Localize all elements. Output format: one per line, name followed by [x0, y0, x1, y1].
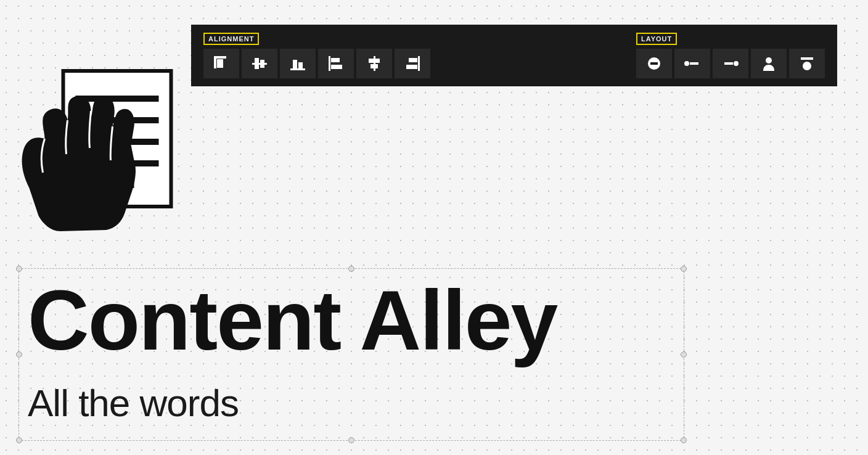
- handle-bottom-mid[interactable]: [348, 437, 354, 443]
- svg-rect-12: [290, 68, 305, 70]
- layout-section: LAYOUT: [636, 33, 825, 78]
- svg-rect-27: [690, 62, 698, 65]
- align-left-button[interactable]: [318, 49, 354, 78]
- handle-top-right[interactable]: [681, 266, 687, 272]
- svg-rect-23: [406, 65, 417, 69]
- svg-rect-14: [298, 62, 303, 68]
- svg-rect-15: [329, 56, 330, 71]
- svg-point-29: [734, 61, 739, 66]
- svg-rect-18: [374, 56, 375, 71]
- hand-document-icon: [9, 65, 197, 268]
- svg-rect-13: [293, 60, 297, 68]
- layout-button-1[interactable]: [636, 49, 672, 78]
- toolbar: ALIGNMENT: [191, 25, 837, 86]
- svg-rect-25: [650, 62, 658, 65]
- svg-point-30: [766, 57, 772, 64]
- svg-rect-8: [217, 59, 223, 68]
- svg-rect-9: [252, 63, 267, 65]
- svg-rect-17: [331, 65, 342, 69]
- svg-rect-31: [801, 57, 813, 60]
- align-top-left-button[interactable]: [203, 49, 239, 78]
- handle-top-left[interactable]: [16, 266, 22, 272]
- handle-bottom-right[interactable]: [681, 437, 687, 443]
- layout-button-3[interactable]: [713, 49, 748, 78]
- align-right-button[interactable]: [395, 49, 430, 78]
- handle-top-mid[interactable]: [348, 266, 354, 272]
- layout-button-4[interactable]: [751, 49, 787, 78]
- handle-bottom-left[interactable]: [16, 437, 22, 443]
- svg-rect-22: [409, 58, 417, 62]
- layout-buttons: [636, 49, 825, 78]
- layout-button-2[interactable]: [674, 49, 710, 78]
- subtitle-text[interactable]: All the words: [28, 381, 239, 425]
- layout-button-5[interactable]: [789, 49, 825, 78]
- align-bottom-button[interactable]: [280, 49, 316, 78]
- svg-rect-21: [418, 56, 420, 71]
- align-center-h-button[interactable]: [242, 49, 277, 78]
- svg-rect-28: [724, 62, 733, 65]
- layout-label: LAYOUT: [636, 33, 677, 45]
- svg-point-26: [684, 61, 689, 66]
- align-center-v-button[interactable]: [356, 49, 392, 78]
- svg-rect-20: [371, 64, 378, 68]
- handle-mid-right[interactable]: [681, 351, 687, 358]
- svg-point-32: [803, 62, 811, 70]
- alignment-section: ALIGNMENT: [203, 33, 430, 78]
- handle-mid-left[interactable]: [16, 351, 22, 358]
- svg-rect-7: [214, 56, 226, 59]
- alignment-label: ALIGNMENT: [203, 33, 259, 45]
- svg-rect-10: [255, 58, 259, 69]
- svg-rect-16: [331, 58, 340, 62]
- svg-rect-19: [369, 59, 380, 63]
- svg-rect-11: [260, 60, 264, 68]
- alignment-buttons: [203, 49, 430, 78]
- main-heading[interactable]: Content Alley: [28, 277, 557, 363]
